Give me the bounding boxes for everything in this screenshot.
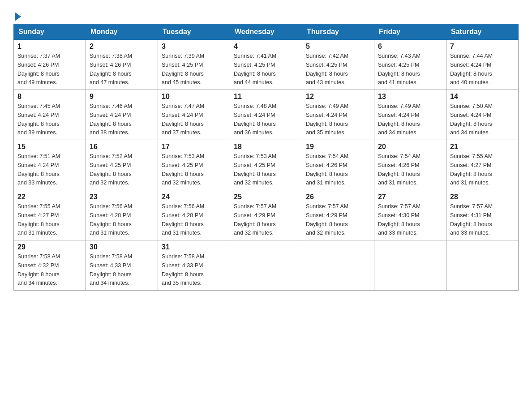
day-info: Sunrise: 7:54 AMSunset: 4:26 PMDaylight:… — [306, 153, 348, 186]
day-info: Sunrise: 7:57 AMSunset: 4:31 PMDaylight:… — [450, 203, 493, 236]
day-number: 27 — [378, 193, 442, 201]
day-number: 14 — [450, 93, 515, 101]
day-info: Sunrise: 7:38 AMSunset: 4:26 PMDaylight:… — [90, 53, 132, 86]
column-header-tuesday: Tuesday — [158, 24, 230, 40]
calendar-cell: 19 Sunrise: 7:54 AMSunset: 4:26 PMDaylig… — [302, 140, 374, 190]
day-number: 29 — [17, 243, 82, 251]
calendar-cell: 27 Sunrise: 7:57 AMSunset: 4:30 PMDaylig… — [374, 190, 446, 240]
calendar-cell: 1 Sunrise: 7:37 AMSunset: 4:26 PMDayligh… — [14, 40, 86, 90]
column-header-saturday: Saturday — [446, 24, 519, 40]
calendar-cell: 30 Sunrise: 7:58 AMSunset: 4:33 PMDaylig… — [86, 240, 158, 291]
calendar-cell — [374, 240, 446, 291]
day-number: 23 — [90, 193, 154, 201]
day-info: Sunrise: 7:57 AMSunset: 4:29 PMDaylight:… — [234, 203, 276, 236]
day-info: Sunrise: 7:56 AMSunset: 4:28 PMDaylight:… — [90, 203, 132, 236]
day-number: 30 — [90, 243, 154, 251]
logo-arrow-icon — [15, 12, 21, 21]
day-number: 19 — [306, 143, 370, 151]
calendar-cell: 18 Sunrise: 7:53 AMSunset: 4:25 PMDaylig… — [230, 140, 302, 190]
day-info: Sunrise: 7:57 AMSunset: 4:29 PMDaylight:… — [306, 203, 348, 236]
calendar-cell: 23 Sunrise: 7:56 AMSunset: 4:28 PMDaylig… — [86, 190, 158, 240]
day-number: 2 — [90, 43, 154, 51]
calendar-cell: 9 Sunrise: 7:46 AMSunset: 4:24 PMDayligh… — [86, 90, 158, 140]
calendar-cell: 21 Sunrise: 7:55 AMSunset: 4:27 PMDaylig… — [446, 140, 519, 190]
day-number: 22 — [17, 193, 82, 201]
calendar-cell — [302, 240, 374, 291]
day-number: 21 — [450, 143, 515, 151]
calendar-cell: 31 Sunrise: 7:58 AMSunset: 4:33 PMDaylig… — [158, 240, 230, 291]
day-info: Sunrise: 7:44 AMSunset: 4:24 PMDaylight:… — [450, 53, 493, 86]
calendar-cell: 20 Sunrise: 7:54 AMSunset: 4:26 PMDaylig… — [374, 140, 446, 190]
day-number: 25 — [234, 193, 298, 201]
day-info: Sunrise: 7:58 AMSunset: 4:33 PMDaylight:… — [162, 253, 204, 286]
day-info: Sunrise: 7:55 AMSunset: 4:27 PMDaylight:… — [450, 153, 493, 186]
day-number: 13 — [378, 93, 442, 101]
day-info: Sunrise: 7:53 AMSunset: 4:25 PMDaylight:… — [162, 153, 204, 186]
day-number: 6 — [378, 43, 442, 51]
day-info: Sunrise: 7:57 AMSunset: 4:30 PMDaylight:… — [378, 203, 420, 236]
calendar-cell: 4 Sunrise: 7:41 AMSunset: 4:25 PMDayligh… — [230, 40, 302, 90]
calendar-table: SundayMondayTuesdayWednesdayThursdayFrid… — [13, 24, 519, 291]
day-info: Sunrise: 7:58 AMSunset: 4:33 PMDaylight:… — [90, 253, 132, 286]
calendar-cell: 15 Sunrise: 7:51 AMSunset: 4:24 PMDaylig… — [14, 140, 86, 190]
calendar-cell — [446, 240, 519, 291]
day-info: Sunrise: 7:53 AMSunset: 4:25 PMDaylight:… — [234, 153, 276, 186]
calendar-cell: 10 Sunrise: 7:47 AMSunset: 4:24 PMDaylig… — [158, 90, 230, 140]
day-info: Sunrise: 7:45 AMSunset: 4:24 PMDaylight:… — [17, 103, 60, 136]
calendar-cell: 16 Sunrise: 7:52 AMSunset: 4:25 PMDaylig… — [86, 140, 158, 190]
calendar-cell: 28 Sunrise: 7:57 AMSunset: 4:31 PMDaylig… — [446, 190, 519, 240]
day-number: 3 — [162, 43, 226, 51]
calendar-week-row: 15 Sunrise: 7:51 AMSunset: 4:24 PMDaylig… — [14, 140, 519, 190]
calendar-cell: 7 Sunrise: 7:44 AMSunset: 4:24 PMDayligh… — [446, 40, 519, 90]
calendar-week-row: 1 Sunrise: 7:37 AMSunset: 4:26 PMDayligh… — [14, 40, 519, 90]
calendar-cell: 22 Sunrise: 7:55 AMSunset: 4:27 PMDaylig… — [14, 190, 86, 240]
day-info: Sunrise: 7:50 AMSunset: 4:24 PMDaylight:… — [450, 103, 493, 136]
logo — [13, 9, 21, 19]
day-info: Sunrise: 7:51 AMSunset: 4:24 PMDaylight:… — [17, 153, 60, 186]
calendar-cell: 25 Sunrise: 7:57 AMSunset: 4:29 PMDaylig… — [230, 190, 302, 240]
day-number: 28 — [450, 193, 515, 201]
day-number: 16 — [90, 143, 154, 151]
day-number: 7 — [450, 43, 515, 51]
day-number: 4 — [234, 43, 298, 51]
day-info: Sunrise: 7:47 AMSunset: 4:24 PMDaylight:… — [162, 103, 204, 136]
day-info: Sunrise: 7:46 AMSunset: 4:24 PMDaylight:… — [90, 103, 132, 136]
day-number: 18 — [234, 143, 298, 151]
day-number: 11 — [234, 93, 298, 101]
calendar-cell: 11 Sunrise: 7:48 AMSunset: 4:24 PMDaylig… — [230, 90, 302, 140]
day-info: Sunrise: 7:58 AMSunset: 4:32 PMDaylight:… — [17, 253, 60, 286]
calendar-week-row: 29 Sunrise: 7:58 AMSunset: 4:32 PMDaylig… — [14, 240, 519, 291]
column-header-sunday: Sunday — [14, 24, 86, 40]
day-info: Sunrise: 7:49 AMSunset: 4:24 PMDaylight:… — [306, 103, 348, 136]
calendar-cell: 26 Sunrise: 7:57 AMSunset: 4:29 PMDaylig… — [302, 190, 374, 240]
day-number: 17 — [162, 143, 226, 151]
day-number: 15 — [17, 143, 82, 151]
column-header-thursday: Thursday — [302, 24, 374, 40]
day-number: 12 — [306, 93, 370, 101]
calendar-week-row: 22 Sunrise: 7:55 AMSunset: 4:27 PMDaylig… — [14, 190, 519, 240]
day-info: Sunrise: 7:37 AMSunset: 4:26 PMDaylight:… — [17, 53, 60, 86]
day-number: 8 — [17, 93, 82, 101]
day-info: Sunrise: 7:48 AMSunset: 4:24 PMDaylight:… — [234, 103, 276, 136]
calendar-week-row: 8 Sunrise: 7:45 AMSunset: 4:24 PMDayligh… — [14, 90, 519, 140]
calendar-cell: 17 Sunrise: 7:53 AMSunset: 4:25 PMDaylig… — [158, 140, 230, 190]
calendar-cell: 13 Sunrise: 7:49 AMSunset: 4:24 PMDaylig… — [374, 90, 446, 140]
calendar-cell: 12 Sunrise: 7:49 AMSunset: 4:24 PMDaylig… — [302, 90, 374, 140]
day-number: 20 — [378, 143, 442, 151]
calendar-cell: 14 Sunrise: 7:50 AMSunset: 4:24 PMDaylig… — [446, 90, 519, 140]
calendar-cell: 6 Sunrise: 7:43 AMSunset: 4:25 PMDayligh… — [374, 40, 446, 90]
day-number: 5 — [306, 43, 370, 51]
day-number: 26 — [306, 193, 370, 201]
column-header-wednesday: Wednesday — [230, 24, 302, 40]
day-number: 9 — [90, 93, 154, 101]
day-info: Sunrise: 7:49 AMSunset: 4:24 PMDaylight:… — [378, 103, 420, 136]
day-info: Sunrise: 7:56 AMSunset: 4:28 PMDaylight:… — [162, 203, 204, 236]
day-info: Sunrise: 7:41 AMSunset: 4:25 PMDaylight:… — [234, 53, 276, 86]
day-info: Sunrise: 7:54 AMSunset: 4:26 PMDaylight:… — [378, 153, 420, 186]
calendar-header-row: SundayMondayTuesdayWednesdayThursdayFrid… — [14, 24, 519, 40]
day-info: Sunrise: 7:43 AMSunset: 4:25 PMDaylight:… — [378, 53, 420, 86]
calendar-cell — [230, 240, 302, 291]
page-header — [13, 9, 519, 19]
day-info: Sunrise: 7:52 AMSunset: 4:25 PMDaylight:… — [90, 153, 132, 186]
day-number: 31 — [162, 243, 226, 251]
